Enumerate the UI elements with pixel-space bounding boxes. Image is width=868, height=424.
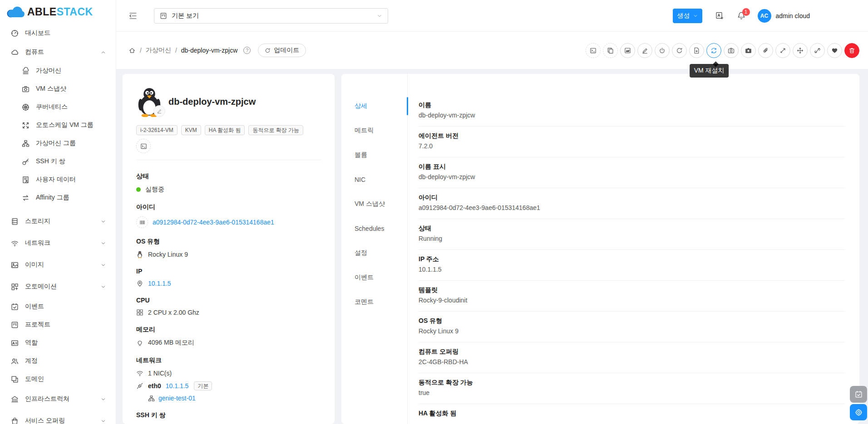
appstore-add-icon <box>11 283 19 291</box>
network-name-link[interactable]: genie-test-01 <box>158 395 196 402</box>
tab-settings[interactable]: 설정 <box>341 241 407 265</box>
brand-logo[interactable]: ABLESTACK <box>0 0 116 24</box>
create-button[interactable]: 생성 <box>673 9 702 23</box>
cloud-icon <box>11 49 19 56</box>
sidebar-item-service-offerings[interactable]: 서비스 오퍼링 <box>0 410 116 424</box>
chevron-down-icon <box>693 14 698 18</box>
ip-link[interactable]: 10.1.1.5 <box>148 280 171 287</box>
pencil-icon <box>641 47 648 54</box>
tab-vm-snapshots[interactable]: VM 스냅샷 <box>341 192 407 216</box>
picture-icon <box>11 261 19 269</box>
brand-stack: STACK <box>57 6 93 18</box>
a-plus-icon[interactable] <box>715 11 724 20</box>
status-value: 실행중 <box>145 185 164 194</box>
reboot-vm-button[interactable] <box>672 43 687 58</box>
sidebar-item-vm-groups[interactable]: 가상머신 그룹 <box>0 134 116 152</box>
sidebar-item-kubernetes[interactable]: 쿠버네티스 <box>0 98 116 116</box>
sidebar-item-network[interactable]: 네트워크 <box>0 232 116 254</box>
sidebar-item-affinity-groups[interactable]: Affinity 그룹 <box>0 189 116 207</box>
gear-icon <box>855 409 863 416</box>
vm-detail-panel: 상세 메트릭 볼륨 NIC VM 스냅샷 Schedules 설정 이벤트 코멘… <box>341 74 859 424</box>
reinstall-vm-button[interactable]: VM 재설치 <box>706 43 721 58</box>
chevron-down-icon <box>101 241 106 246</box>
sidebar-item-roles[interactable]: 역할 <box>0 334 116 352</box>
tab-nic[interactable]: NIC <box>341 167 407 192</box>
take-snapshot-button[interactable] <box>724 43 739 58</box>
detail-row-label: 에이전트 버전 <box>419 132 845 140</box>
detail-row-label: 이름 표시 <box>419 163 845 171</box>
user-name[interactable]: admin cloud <box>776 12 810 19</box>
vm-id-link[interactable]: a0912984-0d72-4ee3-9ae6-015314168ae1 <box>153 219 274 226</box>
sidebar-item-compute[interactable]: 컴퓨트 <box>0 43 116 62</box>
iface-name: eth0 <box>148 382 161 390</box>
scale-vm-button[interactable] <box>810 43 825 58</box>
view-metrics-button[interactable] <box>620 43 635 58</box>
sidebar-item-events[interactable]: 이벤트 <box>0 297 116 316</box>
tab-details[interactable]: 상세 <box>341 94 407 118</box>
edit-vm-button[interactable] <box>637 43 652 58</box>
sidebar-item-accounts[interactable]: 계정 <box>0 352 116 370</box>
iface-ip-link[interactable]: 10.1.1.5 <box>166 382 189 390</box>
view-selector-dropdown[interactable]: 기본 보기 <box>154 8 388 24</box>
detail-row: 동적으로 확장 가능 true <box>419 373 845 404</box>
detail-tabs: 상세 메트릭 볼륨 NIC VM 스냅샷 Schedules 설정 이벤트 코멘… <box>341 74 408 424</box>
sidebar-item-storage[interactable]: 스토리지 <box>0 210 116 232</box>
sidebar-item-autoscale-vm-groups[interactable]: 오토스케일 VM 그룹 <box>0 116 116 134</box>
vm-action-toolbar: VM 재설치 <box>586 43 859 58</box>
vm-console-button[interactable] <box>586 43 601 58</box>
migrate-vm-button[interactable] <box>775 43 790 58</box>
stop-vm-button[interactable] <box>655 43 670 58</box>
tab-metrics[interactable]: 메트릭 <box>341 118 407 143</box>
console-button[interactable] <box>136 139 151 153</box>
detail-row-value: db-deploy-vm-zpjcw <box>419 173 845 181</box>
key-icon <box>22 158 30 166</box>
storage-icon <box>11 218 19 225</box>
sidebar-item-domains[interactable]: 도메인 <box>0 370 116 388</box>
pencil-icon <box>157 108 162 114</box>
tab-events[interactable]: 이벤트 <box>341 265 407 290</box>
memory-value: 4096 MB 메모리 <box>148 339 194 347</box>
ssh-label: SSH 키 쌍 <box>136 411 321 419</box>
sidebar-item-dashboard[interactable]: 대시보드 <box>0 24 116 43</box>
network-label: 네트워크 <box>136 356 321 365</box>
vm-tag: i-2-32614-VM <box>136 125 178 135</box>
sidebar-item-ssh-keypairs[interactable]: SSH 키 쌍 <box>0 152 116 171</box>
create-template-button[interactable] <box>689 43 704 58</box>
sidebar-item-user-data[interactable]: 사용자 데이터 <box>0 171 116 189</box>
copy-id-button[interactable] <box>603 43 618 58</box>
tab-volumes[interactable]: 볼륨 <box>341 143 407 167</box>
calendar-check-icon <box>11 303 19 311</box>
tab-comments[interactable]: 코멘트 <box>341 290 407 314</box>
attach-iso-button[interactable] <box>758 43 773 58</box>
take-volume-snapshot-button[interactable] <box>741 43 756 58</box>
destroy-vm-button[interactable] <box>844 43 859 58</box>
home-icon[interactable] <box>128 47 136 54</box>
terminal-icon <box>140 143 147 150</box>
sidebar-item-projects[interactable]: 프로젝트 <box>0 316 116 334</box>
menu-fold-icon[interactable] <box>128 11 138 20</box>
detail-row-value: db-deploy-vm-zpjcw <box>419 112 845 119</box>
cloud-logo-icon <box>6 6 25 18</box>
notifications-button[interactable]: 1 <box>737 11 746 20</box>
event-log-float-button[interactable] <box>850 386 867 403</box>
breadcrumb-section[interactable]: 가상머신 <box>146 46 171 54</box>
help-icon[interactable]: ? <box>243 47 251 54</box>
penguin-icon <box>136 251 143 258</box>
sidebar-item-infrastructure[interactable]: 인프라스트럭쳐 <box>0 388 116 410</box>
detail-row: 아이디 a0912984-0d72-4ee3-9ae6-015314168ae1 <box>419 188 845 219</box>
detail-row: IP 주소 10.1.1.5 <box>419 250 845 281</box>
tab-schedules[interactable]: Schedules <box>341 216 407 241</box>
move-vm-button[interactable] <box>793 43 808 58</box>
update-button[interactable]: 업데이트 <box>258 44 306 57</box>
sidebar-item-vm-snapshots[interactable]: VM 스냅샷 <box>0 80 116 98</box>
edit-avatar-button[interactable] <box>153 105 165 117</box>
sidebar-item-automation[interactable]: 오토메이션 <box>0 276 116 297</box>
detail-row-value: 2C-4GB-RBD-HA <box>419 358 845 366</box>
sidebar-item-vms[interactable]: 가상머신 <box>0 62 116 80</box>
ha-heart-button[interactable] <box>827 43 842 58</box>
user-avatar[interactable]: AC <box>758 9 771 23</box>
settings-float-button[interactable] <box>850 404 867 420</box>
sync-icon <box>710 47 717 54</box>
diagonal-arrow-icon <box>779 47 786 54</box>
sidebar-item-images[interactable]: 이미지 <box>0 254 116 276</box>
